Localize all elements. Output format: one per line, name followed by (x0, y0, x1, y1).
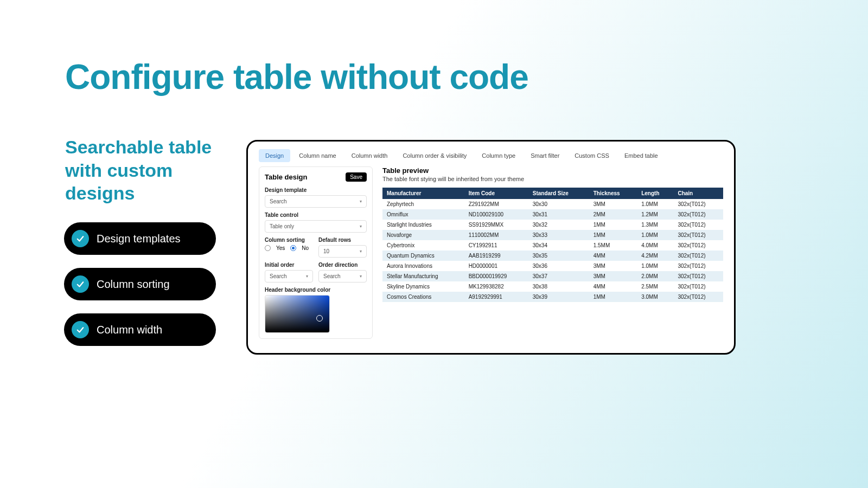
table-cell: 1.0MM (637, 199, 673, 209)
tab-column-name[interactable]: Column name (292, 149, 342, 162)
save-button[interactable]: Save (346, 172, 367, 182)
radio-yes[interactable] (265, 245, 271, 251)
table-row: Novaforge1110002MM30x331MM1.0MM302x(T012… (382, 230, 723, 240)
table-cell: A9192929991 (464, 292, 528, 302)
tab-column-order-visibility[interactable]: Column order & visibility (396, 149, 473, 162)
column-header[interactable]: Chain (673, 188, 723, 199)
feature-pill: Design templates (64, 222, 216, 255)
radio-no-label: No (302, 245, 309, 251)
order-direction-value: Search (323, 273, 341, 279)
table-cell: SS91929MMX (464, 220, 528, 230)
table-cell: 302x(T012) (673, 261, 723, 271)
tab-smart-filter[interactable]: Smart filter (524, 149, 566, 162)
hero-title: Configure table without code (65, 57, 528, 97)
feature-pill: Column sorting (64, 268, 216, 300)
table-cell: 1.0MM (637, 230, 673, 240)
check-icon (72, 321, 89, 338)
radio-no[interactable] (290, 245, 296, 251)
table-cell: 3MM (589, 261, 637, 271)
hero-subtitle: Searchable table with custom designs (65, 136, 228, 205)
column-sorting-label: Column sorting (265, 237, 313, 243)
feature-pill-label: Design templates (97, 233, 181, 245)
tab-custom-css[interactable]: Custom CSS (568, 149, 616, 162)
table-cell: 4.2MM (637, 251, 673, 261)
table-row: Quantum DynamicsAAB191929930x354MM4.2MM3… (382, 251, 723, 261)
table-cell: Z291922MM (464, 199, 528, 209)
table-cell: Omniflux (382, 209, 464, 220)
default-rows-value: 10 (323, 248, 329, 254)
table-cell: 1MM (589, 230, 637, 240)
order-direction-select[interactable]: Search ▾ (318, 270, 367, 282)
tab-column-width[interactable]: Column width (345, 149, 394, 162)
table-cell: 30x36 (528, 261, 589, 271)
table-cell: 1.0MM (637, 261, 673, 271)
table-cell: 302x(T012) (673, 220, 723, 230)
table-cell: 4MM (589, 281, 637, 292)
chevron-down-icon: ▾ (360, 249, 362, 254)
tab-column-type[interactable]: Column type (475, 149, 522, 162)
initial-order-select[interactable]: Search ▾ (265, 270, 313, 282)
feature-pill-label: Column sorting (97, 278, 170, 291)
table-cell: 30x39 (528, 292, 589, 302)
feature-pill: Column width (64, 313, 216, 346)
chevron-down-icon: ▾ (306, 274, 308, 279)
table-control-select[interactable]: Table only ▾ (265, 220, 367, 233)
table-cell: 2MM (589, 209, 637, 220)
color-picker[interactable] (265, 295, 330, 333)
design-panel: Table design Save Design template Search… (259, 166, 373, 339)
column-header[interactable]: Length (637, 188, 673, 199)
table-row: CybertronixCY199291130x341.5MM4.0MM302x(… (382, 240, 723, 251)
table-cell: 302x(T012) (673, 199, 723, 209)
table-cell: Novaforge (382, 230, 464, 240)
panel-title: Table design (265, 173, 308, 181)
default-rows-select[interactable]: 10 ▾ (318, 245, 367, 258)
table-cell: HD0000001 (464, 261, 528, 271)
design-template-label: Design template (265, 187, 367, 193)
feature-pill-label: Column width (97, 324, 162, 336)
design-template-select[interactable]: Search ▾ (265, 195, 367, 208)
check-icon (72, 275, 89, 293)
table-cell: Cosmos Creations (382, 292, 464, 302)
table-cell: Stellar Manufacturing (382, 271, 464, 281)
feature-pill-list: Design templatesColumn sortingColumn wid… (64, 222, 216, 346)
initial-order-label: Initial order (265, 262, 313, 268)
column-header[interactable]: Standard Size (528, 188, 589, 199)
table-cell: 30x32 (528, 220, 589, 230)
table-cell: 1.3MM (637, 220, 673, 230)
table-cell: 1.5MM (589, 240, 637, 251)
table-cell: MK129938282 (464, 281, 528, 292)
column-header[interactable]: Manufacturer (382, 188, 464, 199)
table-cell: 1110002MM (464, 230, 528, 240)
preview-panel: Table preview The table font stying will… (382, 166, 723, 339)
table-cell: 3MM (589, 271, 637, 281)
column-header[interactable]: Item Code (464, 188, 528, 199)
table-cell: 30x37 (528, 271, 589, 281)
table-row: Starlight IndustriesSS91929MMX30x321MM1.… (382, 220, 723, 230)
table-cell: 302x(T012) (673, 281, 723, 292)
tab-embed-table[interactable]: Embed table (618, 149, 665, 162)
table-cell: CY1992911 (464, 240, 528, 251)
preview-table: ManufacturerItem CodeStandard SizeThickn… (382, 188, 723, 302)
table-row: OmnifluxND10002910030x312MM1.2MM302x(T01… (382, 209, 723, 220)
table-control-value: Table only (270, 223, 294, 229)
chevron-down-icon: ▾ (360, 199, 362, 204)
table-cell: 30x38 (528, 281, 589, 292)
table-cell: 302x(T012) (673, 230, 723, 240)
table-row: Skyline DynamicsMK12993828230x384MM2.5MM… (382, 281, 723, 292)
check-icon (72, 230, 89, 247)
table-control-label: Table control (265, 212, 367, 218)
preview-subtitle: The table font stying will be inherited … (382, 176, 723, 182)
table-cell: Cybertronix (382, 240, 464, 251)
design-template-value: Search (270, 198, 287, 204)
preview-title: Table preview (382, 166, 723, 175)
tab-design[interactable]: Design (259, 149, 290, 162)
table-cell: 302x(T012) (673, 292, 723, 302)
table-cell: BBD000019929 (464, 271, 528, 281)
table-row: ZephyrtechZ291922MM30x303MM1.0MM302x(T01… (382, 199, 723, 209)
order-direction-label: Order direction (318, 262, 367, 268)
tab-bar: DesignColumn nameColumn widthColumn orde… (259, 149, 723, 162)
table-cell: 1.2MM (637, 209, 673, 220)
column-header[interactable]: Thickness (589, 188, 637, 199)
table-cell: 3MM (589, 199, 637, 209)
app-window: DesignColumn nameColumn widthColumn orde… (246, 140, 736, 355)
